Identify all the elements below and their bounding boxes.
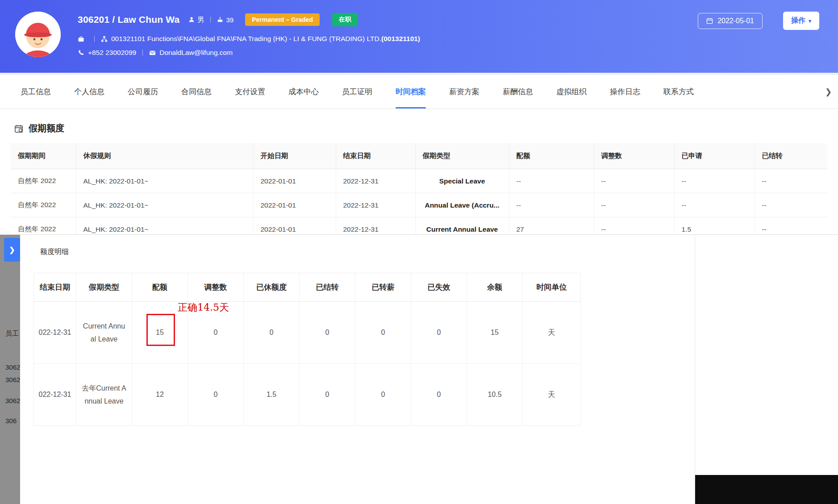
detail-panel: 额度明细 结束日期 假期类型 配额 调整数 已休额度 已结转 已转薪 已失: [20, 235, 695, 504]
employee-header: 306201 / Law Chun Wa 男 39 Permanent – Gr…: [0, 0, 838, 73]
age-value: 39: [226, 16, 233, 24]
quota-detail-overlay: 员工 3062 3062 3062 306 ❯ 额度明细 结束日期 假期类型 配…: [0, 234, 838, 504]
tab-payment-settings[interactable]: 支付设置: [223, 75, 277, 108]
column-header: 时间单位: [523, 273, 581, 302]
clipped-text: 3062: [5, 363, 20, 371]
clipped-text: 员工: [5, 329, 19, 338]
cell: 0: [411, 302, 467, 364]
cell: 天: [523, 364, 581, 426]
cell: 天: [523, 302, 581, 364]
employee-info: 306201 / Law Chun Wa 男 39 Permanent – Gr…: [78, 10, 420, 73]
email-icon: [149, 50, 156, 56]
page-title: 假期额度: [29, 122, 64, 134]
cell: --: [594, 193, 674, 217]
gender-meta: 男: [188, 16, 204, 24]
tabs-overflow-arrow[interactable]: ❯: [825, 75, 832, 109]
column-header: 已结转: [755, 143, 827, 169]
cell: Current Annual Leave: [76, 302, 132, 364]
tab-time-profile[interactable]: 时间档案: [384, 75, 438, 108]
table-header-row: 假期期间 休假规则 开始日期 结束日期 假期类型 配额 调整数 已申请 已结转: [11, 143, 827, 169]
tab-bar: 员工信息 个人信息 公司履历 合同信息 支付设置 成本中心 员工证明 时间档案 …: [0, 75, 838, 109]
cell: 2022-12-31: [336, 169, 415, 193]
email-address: DonaldLaw@lifung.com: [159, 49, 233, 57]
section-header: 假期额度: [11, 120, 827, 143]
cell: 1.5: [244, 364, 300, 426]
clipped-text: 306: [5, 417, 17, 425]
cell: --: [509, 193, 594, 217]
cell: 自然年 2022: [11, 169, 76, 193]
calendar-icon: [706, 17, 713, 24]
phone-number: +852 23002099: [88, 49, 136, 57]
person-icon: [188, 17, 195, 23]
briefcase-icon: [78, 36, 84, 42]
cell: 022-12-31: [34, 302, 76, 364]
cell: 12: [132, 364, 188, 426]
column-header: 假期类型: [76, 273, 132, 302]
cell: --: [594, 169, 674, 193]
tab-employee-certificate[interactable]: 员工证明: [330, 75, 384, 108]
column-header: 结束日期: [34, 273, 76, 302]
tab-cost-center[interactable]: 成本中心: [277, 75, 330, 108]
column-header: 调整数: [594, 143, 674, 169]
tab-operation-log[interactable]: 操作日志: [598, 75, 652, 108]
highlight-box: [146, 314, 175, 346]
tab-contact-info[interactable]: 联系方式: [652, 75, 697, 108]
column-header: 配额: [132, 273, 188, 302]
quota-detail-table: 结束日期 假期类型 配额 调整数 已休额度 已结转 已转薪 已失效 余额 时间单…: [33, 273, 581, 426]
column-header: 休假规则: [76, 143, 253, 169]
divider: [142, 50, 143, 56]
action-button[interactable]: 操作 ▾: [783, 12, 819, 30]
cell: 0: [411, 364, 467, 426]
phone-icon: [78, 50, 84, 56]
detail-row: 022-12-31 去年Current Annual Leave 12 0 1.…: [34, 364, 581, 426]
contact-line: +852 23002099 DonaldLaw@lifung.com: [78, 49, 420, 57]
tab-virtual-org[interactable]: 虚拟组织: [545, 75, 598, 108]
gender-value: 男: [197, 16, 204, 24]
clipped-text: 3062: [5, 397, 20, 404]
status-badge: 在职: [332, 13, 358, 26]
column-header: 结束日期: [336, 143, 415, 169]
tab-compensation-info[interactable]: 薪酬信息: [491, 75, 545, 108]
tab-personal-info[interactable]: 个人信息: [63, 75, 116, 108]
tab-contract-info[interactable]: 合同信息: [170, 75, 223, 108]
date-value: 2022-05-01: [717, 17, 754, 25]
divider: [210, 17, 211, 23]
date-picker[interactable]: 2022-05-01: [698, 13, 763, 29]
org-tree-icon: [101, 36, 108, 42]
drawer-expand-button[interactable]: ❯: [4, 238, 20, 262]
redacted-block: [695, 475, 838, 504]
cell: 0: [300, 364, 355, 426]
annotation-text: 正确14.5天: [178, 301, 229, 314]
cell: --: [674, 193, 755, 217]
table-row[interactable]: 自然年 2022 AL_HK: 2022-01-01~ 2022-01-01 2…: [11, 193, 827, 217]
org-path: 001321101 Functions\FNA\Global FNA\FNA T…: [111, 35, 381, 43]
cell: 0: [355, 302, 411, 364]
cell: --: [755, 193, 827, 217]
cell: --: [509, 169, 594, 193]
detail-row: 022-12-31 Current Annual Leave 15 0 0 0 …: [34, 302, 581, 364]
leave-quota-icon: [14, 124, 23, 133]
employment-type-badge: Permanent – Graded: [245, 13, 320, 26]
app-window: 306201 / Law Chun Wa 男 39 Permanent – Gr…: [0, 0, 838, 504]
avatar: [15, 12, 61, 57]
cell: 0: [300, 302, 355, 364]
cell: 10.5: [467, 364, 523, 426]
column-header: 调整数: [188, 273, 244, 302]
cell: 15: [467, 302, 523, 364]
cell: 2022-01-01: [253, 193, 336, 217]
age-icon: [217, 17, 223, 23]
column-header: 假期期间: [11, 143, 76, 169]
tab-company-history[interactable]: 公司履历: [116, 75, 170, 108]
age-meta: 39: [217, 16, 233, 24]
modal-backdrop-strip: 员工 3062 3062 3062 306: [0, 235, 20, 504]
divider: [94, 36, 95, 42]
tab-salary-plan[interactable]: 薪资方案: [438, 75, 491, 108]
column-header: 已申请: [674, 143, 755, 169]
cell: Special Leave: [415, 169, 509, 193]
cell: --: [755, 169, 827, 193]
table-row[interactable]: 自然年 2022 AL_HK: 2022-01-01~ 2022-01-01 2…: [11, 169, 827, 193]
cell: --: [674, 169, 755, 193]
tab-employee-info[interactable]: 员工信息: [9, 75, 63, 108]
cell: AL_HK: 2022-01-01~: [76, 169, 253, 193]
org-code: (001321101): [381, 35, 420, 43]
